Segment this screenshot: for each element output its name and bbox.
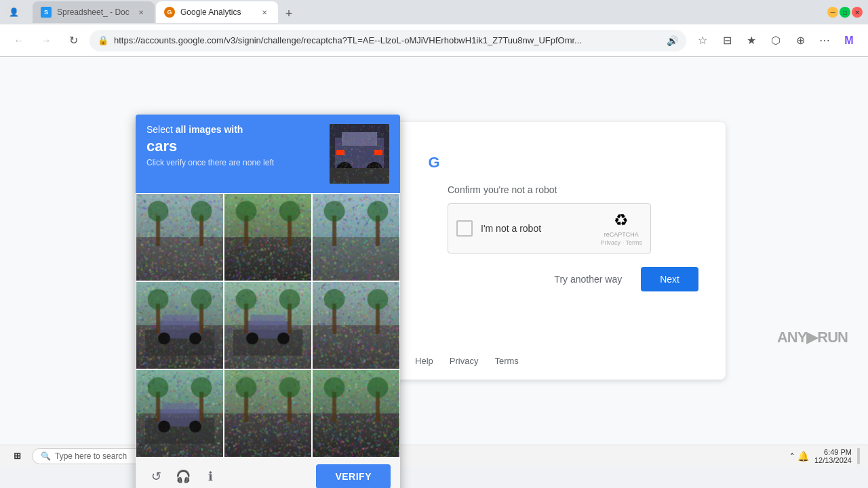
forward-button[interactable]: → xyxy=(35,30,57,52)
recaptcha-label: I'm not a robot xyxy=(481,223,593,234)
clock-date: 12/13/2024 xyxy=(814,456,852,464)
read-aloud-icon[interactable]: 🔊 xyxy=(667,35,678,46)
grid-cell-6[interactable] xyxy=(312,281,400,369)
collections-button[interactable]: ⬡ xyxy=(765,30,787,52)
search-icon: 🔍 xyxy=(41,451,51,461)
tab-close-google-analytics[interactable]: ✕ xyxy=(259,7,270,18)
privacy-link[interactable]: Privacy xyxy=(450,356,479,366)
captcha-info-button[interactable]: ℹ xyxy=(199,466,221,487)
tab-google-analytics-label: Google Analytics xyxy=(180,7,254,17)
select-label: Select xyxy=(146,124,173,135)
recaptcha-logo-icon: ♻ xyxy=(614,211,629,230)
maximize-button[interactable]: □ xyxy=(840,7,850,18)
refresh-button[interactable]: ↻ xyxy=(62,30,84,52)
anyrun-watermark: ANY▶RUN xyxy=(777,329,848,346)
add-to-favorites-button[interactable]: ☆ xyxy=(692,30,713,52)
grid-cell-4[interactable] xyxy=(136,281,224,369)
captcha-instruction: Select all images with cars Click verify… xyxy=(146,124,321,167)
google-logo: G xyxy=(420,149,448,176)
captcha-audio-button[interactable]: 🎧 xyxy=(172,466,194,487)
clock-time: 6:49 PM xyxy=(814,448,852,456)
tab-spreadsheet[interactable]: S Spreadsheet_ - Doc ✕ xyxy=(33,1,155,23)
captcha-subject: cars xyxy=(146,138,321,155)
recaptcha-privacy-link[interactable]: Privacy xyxy=(601,239,621,246)
search-placeholder-text[interactable]: Type here to search xyxy=(55,451,127,461)
url-text: https://accounts.google.com/v3/signin/ch… xyxy=(114,35,661,45)
close-button[interactable]: ✕ xyxy=(852,7,863,18)
taskbar-right: ⌃ 🔔 6:49 PM 12/13/2024 xyxy=(789,448,860,464)
google-analytics-favicon: G xyxy=(164,7,175,18)
window-controls: 👤 xyxy=(5,4,22,20)
grid-cell-2[interactable] xyxy=(224,193,312,281)
captcha-footer: ↺ 🎧 ℹ VERIFY xyxy=(136,458,400,488)
tab-close-spreadsheet[interactable]: ✕ xyxy=(136,7,146,18)
grid-cell-3[interactable] xyxy=(312,193,400,281)
copilot-button[interactable]: M xyxy=(838,30,860,52)
captcha-preview-image xyxy=(330,124,389,184)
recaptcha-privacy-terms: Privacy · Terms xyxy=(601,239,642,246)
recaptcha-terms-link[interactable]: Terms xyxy=(626,239,643,246)
spreadsheet-favicon: S xyxy=(41,7,52,18)
terms-link[interactable]: Terms xyxy=(494,356,518,366)
all-images-bold: all images with xyxy=(176,124,243,135)
lock-icon: 🔒 xyxy=(98,35,108,45)
grid-cell-1[interactable] xyxy=(136,193,224,281)
captcha-dialog: Select all images with cars Click verify… xyxy=(136,115,400,488)
captcha-image-grid xyxy=(136,193,400,458)
taskbar: ⊞ 🔍 Type here to search 🔍 ⧉ ⬡ 📁 🦊 ⌃ 🔔 6:… xyxy=(0,445,868,466)
recaptcha-separator: · xyxy=(623,239,625,246)
notification-icon[interactable]: 🔔 xyxy=(797,451,809,462)
svg-text:G: G xyxy=(428,154,439,171)
captcha-refresh-button[interactable]: ↺ xyxy=(145,466,167,487)
start-button[interactable]: ⊞ xyxy=(8,448,26,464)
avatar-icon: 👤 xyxy=(5,4,22,20)
new-tab-button[interactable]: + xyxy=(279,4,298,23)
grid-cell-5[interactable] xyxy=(224,281,312,369)
systray-arrow[interactable]: ⌃ xyxy=(789,452,795,460)
next-button[interactable]: Next xyxy=(641,267,698,291)
robot-label: Confirm you're not a robot xyxy=(448,184,698,195)
url-bar[interactable]: 🔒 https://accounts.google.com/v3/signin/… xyxy=(90,30,686,52)
address-bar: ← → ↻ 🔒 https://accounts.google.com/v3/s… xyxy=(0,24,868,57)
captcha-header: Select all images with cars Click verify… xyxy=(136,115,400,193)
windows-logo: ⊞ xyxy=(14,451,21,461)
favorites-button[interactable]: ★ xyxy=(741,30,762,52)
captcha-footer-icons: ↺ 🎧 ℹ xyxy=(145,466,221,487)
recaptcha-brand-label: reCAPTCHA xyxy=(604,231,639,238)
tab-google-analytics[interactable]: G Google Analytics ✕ xyxy=(156,1,278,23)
try-another-way-button[interactable]: Try another way xyxy=(543,267,633,291)
extensions-button[interactable]: ⊕ xyxy=(789,30,811,52)
titlebar: 👤 S Spreadsheet_ - Doc ✕ G Google Analyt… xyxy=(0,0,868,24)
minimize-button[interactable]: ─ xyxy=(827,7,838,18)
split-button[interactable]: ⊟ xyxy=(716,30,738,52)
clock: 6:49 PM 12/13/2024 xyxy=(814,448,852,464)
toolbar-buttons: ☆ ⊟ ★ ⬡ ⊕ ⋯ M xyxy=(692,30,860,52)
grid-cell-9[interactable] xyxy=(312,369,400,458)
recaptcha-checkbox[interactable] xyxy=(456,220,473,237)
page-content: G Ve... To h... mak... mo... 👤 Confirm y… xyxy=(0,57,868,445)
grid-cell-7[interactable] xyxy=(136,369,224,458)
captcha-select-text: Select all images with xyxy=(146,124,321,135)
tabs-bar: S Spreadsheet_ - Doc ✕ G Google Analytic… xyxy=(27,1,822,23)
recaptcha-widget[interactable]: I'm not a robot ♻ reCAPTCHA Privacy · Te… xyxy=(448,203,651,253)
systray: ⌃ 🔔 xyxy=(789,451,809,462)
show-desktop-button[interactable] xyxy=(857,448,860,464)
grid-cell-8[interactable] xyxy=(224,369,312,458)
help-link[interactable]: Help xyxy=(415,356,433,366)
back-button[interactable]: ← xyxy=(8,30,30,52)
tab-spreadsheet-label: Spreadsheet_ - Doc xyxy=(57,7,130,17)
captcha-hint: Click verify once there are none left xyxy=(146,158,321,167)
recaptcha-logo-area: ♻ reCAPTCHA Privacy · Terms xyxy=(601,211,642,246)
settings-button[interactable]: ⋯ xyxy=(814,30,835,52)
verify-button[interactable]: VERIFY xyxy=(316,464,391,488)
